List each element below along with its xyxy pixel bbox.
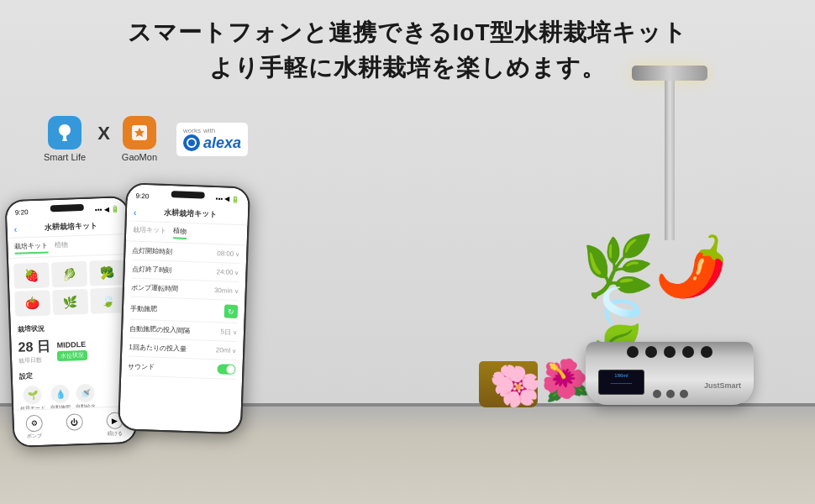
manual-fertilize-label: 手動施肥 bbox=[130, 303, 157, 313]
settings-list: 点灯開始時刻 08:00 ∨ 点灯終了時刻 24:00 ∨ ポンプ運転時間 bbox=[121, 241, 246, 380]
plant-cell-3: 🥦 bbox=[89, 260, 125, 286]
tab2-cultivation[interactable]: 栽培キット bbox=[133, 225, 166, 239]
gao-mon-icon bbox=[123, 116, 156, 150]
tab2-plants[interactable]: 植物 bbox=[173, 226, 187, 239]
auto-interval-value: 5日 ∨ bbox=[220, 327, 237, 337]
light-end-label: 点灯終了時刻 bbox=[131, 265, 171, 276]
smart-life-badge: Smart Life bbox=[44, 116, 86, 162]
water-level: MIDDLE bbox=[57, 339, 87, 349]
plant-grid: 🍓 🥬 🥦 🍅 🌿 🍃 bbox=[8, 255, 132, 322]
light-start-value: 08:00 ∨ bbox=[217, 249, 239, 258]
pod-hole-5 bbox=[701, 346, 712, 358]
lamp-pole bbox=[665, 81, 675, 240]
brand-row: Smart Life X GaoMon works with alexa bbox=[44, 116, 249, 162]
power-icon: ⏻ bbox=[66, 413, 83, 431]
pump-time-label: ポンプ運転時間 bbox=[131, 283, 178, 294]
ctrl-btn-1 bbox=[653, 390, 661, 398]
with-text: with bbox=[203, 127, 215, 134]
main-title: スマートフォンと連携できるIoT型水耕栽培キット より手軽に水耕栽培を楽しめます… bbox=[0, 15, 815, 86]
works-with-text: works bbox=[183, 127, 201, 134]
brand-separator: X bbox=[97, 123, 110, 144]
phone-1-notch bbox=[50, 204, 84, 212]
pump-time-value: 30min ∨ bbox=[214, 286, 239, 295]
pod-hole-1 bbox=[627, 346, 639, 358]
pod-holes bbox=[627, 346, 712, 358]
day-count: 28 日 bbox=[18, 338, 50, 356]
plant-cell-2: 🥬 bbox=[51, 261, 87, 287]
phone-1-screen: 9:20 ▪▪▪ ◀ 🔋 ‹ 水耕栽培キット 栽培キット 植物 🍓 🥬 🥦 🍅 … bbox=[7, 197, 136, 446]
header-area: スマートフォンと連携できるIoT型水耕栽培キット より手軽に水耕栽培を楽しめます… bbox=[0, 15, 815, 86]
pump-icon: ⚙ bbox=[25, 415, 43, 433]
tab-plants[interactable]: 植物 bbox=[55, 240, 69, 254]
plant-cell-4: 🍅 bbox=[14, 290, 50, 316]
light-end-value: 24:00 ∨ bbox=[216, 268, 239, 276]
phone-2-notch bbox=[171, 191, 205, 198]
gao-mon-label: GaoMon bbox=[122, 152, 157, 162]
plant-cell-5: 🌿 bbox=[52, 289, 88, 315]
sound-toggle[interactable] bbox=[217, 364, 235, 375]
auto-interval-label: 自動施肥の投入間隔 bbox=[129, 324, 190, 336]
device-base: 186ml────── JustSmart bbox=[586, 342, 754, 405]
hydroponic-device: 🌿🌶️🍃 186ml────── JustSmart bbox=[581, 66, 758, 405]
ctrl-btn-3 bbox=[680, 390, 688, 398]
back-arrow-icon[interactable]: ‹ bbox=[13, 223, 17, 234]
fertilizer-icon: 💧 bbox=[50, 385, 70, 404]
continue-label: 続ける bbox=[108, 429, 123, 438]
pod-hole-2 bbox=[645, 346, 657, 358]
status-row: 28 日 栽培日数 MIDDLE 水位状況 bbox=[11, 332, 133, 369]
device-assembly: 🌿🌶️🍃 186ml────── JustSmart bbox=[581, 240, 758, 405]
device-display: 186ml────── bbox=[598, 370, 644, 395]
back-arrow-2-icon[interactable]: ‹ bbox=[134, 207, 137, 217]
works-with-alexa-box: works with alexa bbox=[176, 122, 249, 157]
mode-icon: 🌱 bbox=[23, 386, 42, 405]
display-text: 186ml────── bbox=[599, 370, 644, 389]
plant-cell-6: 🍃 bbox=[90, 287, 126, 313]
phone-2-screen: 9:20 ▪▪▪ ◀ 🔋 ‹ 水耕栽培キット 栽培キット 植物 点灯開始時刻 0… bbox=[119, 184, 249, 433]
plant-foliage: 🌿🌶️🍃 bbox=[581, 240, 758, 346]
gao-mon-badge: GaoMon bbox=[122, 116, 157, 162]
tab-cultivation-kit[interactable]: 栽培キット bbox=[14, 240, 48, 254]
device-brand-label: JustSmart bbox=[704, 381, 741, 390]
pump-label: ポンプ bbox=[27, 433, 42, 441]
title-line2: より手軽に水耕栽培を楽しめます。 bbox=[209, 55, 606, 81]
svg-rect-0 bbox=[62, 139, 67, 141]
pod-hole-3 bbox=[664, 346, 676, 358]
water-badge: 水位状況 bbox=[57, 349, 87, 360]
control-buttons bbox=[653, 390, 688, 398]
water-icon: 🚿 bbox=[76, 384, 95, 403]
pod-hole-4 bbox=[682, 346, 694, 358]
ctrl-btn-2 bbox=[666, 390, 675, 398]
title-line1: スマートフォンと連携できるIoT型水耕栽培キット bbox=[128, 19, 688, 45]
day-label: 栽培日数 bbox=[18, 355, 51, 365]
power-button[interactable]: ⏻ bbox=[66, 413, 83, 439]
per-dose-label: 1回あたりの投入量 bbox=[129, 343, 187, 354]
pump-button[interactable]: ⚙ ポンプ bbox=[25, 415, 43, 441]
per-dose-value: 20ml ∨ bbox=[216, 346, 237, 354]
setting-row-7[interactable]: サウンド bbox=[128, 357, 236, 380]
phone-2: 9:20 ▪▪▪ ◀ 🔋 ‹ 水耕栽培キット 栽培キット 植物 点灯開始時刻 0… bbox=[118, 182, 250, 434]
alexa-logo-text: alexa bbox=[203, 134, 241, 152]
smart-life-icon bbox=[48, 116, 82, 150]
light-start-label: 点灯開始時刻 bbox=[132, 246, 172, 257]
sound-label: サウンド bbox=[128, 361, 155, 371]
smart-life-label: Smart Life bbox=[44, 152, 86, 162]
manual-fertilize-icon: ↻ bbox=[224, 305, 239, 319]
plant-cell-1: 🍓 bbox=[13, 262, 50, 288]
